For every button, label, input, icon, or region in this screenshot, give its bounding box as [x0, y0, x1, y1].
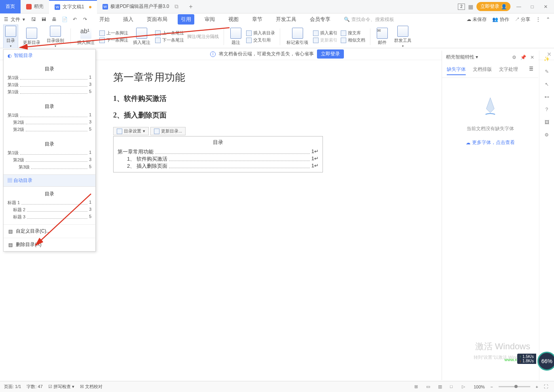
tab-home[interactable]: 首页: [0, 0, 21, 13]
toc-template-2[interactable]: 目录 第1级1第2级3第2级5: [4, 99, 95, 137]
close-panel-icon[interactable]: ✕: [530, 55, 534, 60]
table-toc-icon: [246, 30, 252, 36]
redo-icon[interactable]: ↷: [82, 16, 88, 23]
save-icon[interactable]: 🖫: [30, 16, 37, 23]
tab-dev[interactable]: 开发工具: [273, 14, 300, 25]
word-count[interactable]: 字数: 47: [27, 384, 42, 390]
view-outline-icon[interactable]: □: [450, 384, 456, 390]
pin-icon[interactable]: 📌: [520, 55, 526, 60]
magic-icon[interactable]: ✨: [544, 56, 550, 62]
collab-button[interactable]: 👥 协作: [492, 16, 509, 23]
toc-field[interactable]: 目录 第一章常用功能1↵1、 软件购买激活1↵2、 插入删除页面1↵: [113, 136, 323, 172]
more-icon[interactable]: ⋮: [536, 17, 541, 22]
tab-review[interactable]: 审阅: [201, 14, 218, 25]
view-print-icon[interactable]: ⊞: [414, 384, 421, 390]
collapse-ribbon-icon[interactable]: ⌃: [546, 17, 550, 22]
empty-state-text: 当前文档没有缺失字体: [446, 125, 534, 132]
undo-icon[interactable]: ↶: [72, 16, 78, 23]
help-icon[interactable]: ?: [545, 107, 548, 112]
print-icon[interactable]: 🖶: [51, 16, 57, 23]
rp-more-icon[interactable]: ☰: [529, 66, 533, 75]
tab-close-icon[interactable]: ⧉: [175, 3, 178, 10]
search-box[interactable]: 🔍 查找命令、搜索模板: [344, 16, 394, 23]
mark-index-button[interactable]: 标记索引项: [285, 27, 310, 46]
cloud-icon: ☁: [467, 17, 471, 22]
toc-template-title: 目录: [8, 141, 91, 148]
toc-line: 第1级1: [8, 150, 91, 156]
unsaved-button[interactable]: ☁ 未保存: [467, 16, 487, 23]
toc-settings-button[interactable]: 目录设置 ▾: [113, 127, 149, 135]
settings2-icon[interactable]: ⊷: [545, 94, 549, 100]
banner-login-button[interactable]: 立即登录: [317, 49, 344, 59]
zoom-in-button[interactable]: +: [536, 384, 538, 389]
settings-icon[interactable]: ⚙: [512, 55, 516, 60]
rp-tab-layout[interactable]: 文档排版: [473, 66, 492, 75]
minimize-button[interactable]: —: [514, 2, 524, 11]
menu-icon[interactable]: ☰: [4, 17, 8, 22]
more-fonts-link[interactable]: ☁更多字体，点击查看: [446, 139, 534, 146]
tab-add-button[interactable]: +: [184, 3, 197, 10]
group-tools-icon: [397, 26, 408, 37]
document-area[interactable]: 第一章常用功能 1、软件购买激活 2、插入删除页面 目录设置 ▾ 更新目录...…: [97, 62, 440, 380]
tab-insert[interactable]: 插入: [120, 14, 137, 25]
docker-icon: [26, 4, 32, 9]
side-toolbar: ✨ ✎ ↖ ⊷ ? 🖼 ⚙: [539, 51, 554, 380]
tab-document-2[interactable]: W 极速PDF编辑器用户手册3.0 ⧉: [97, 0, 184, 13]
group-tools-button[interactable]: 群发工具▾: [393, 25, 413, 49]
view-read-icon[interactable]: ▭: [426, 384, 433, 390]
chevron-down-icon[interactable]: ▾: [23, 17, 25, 22]
calendar-icon[interactable]: 2: [458, 4, 465, 10]
cursor-icon[interactable]: ↖: [545, 81, 549, 87]
rp-tab-fonts[interactable]: 缺失字体: [447, 66, 466, 75]
zoom-value[interactable]: 100%: [474, 384, 485, 389]
image-icon[interactable]: 🖼: [545, 119, 549, 125]
update-index-button[interactable]: 更新索引: [313, 37, 338, 43]
title-bar: 首页 稻壳 W 文字文稿1 W 极速PDF编辑器用户手册3.0 ⧉ + 2 ▦ …: [0, 0, 554, 13]
tab-layout[interactable]: 页面布局: [144, 14, 171, 25]
page-indicator[interactable]: 页面: 1/1: [4, 384, 21, 390]
tab-view[interactable]: 视图: [225, 14, 242, 25]
gear2-icon[interactable]: ⚙: [545, 132, 549, 138]
maximize-button[interactable]: □: [527, 2, 537, 11]
pen-illustration-icon: [478, 94, 502, 117]
share-button[interactable]: ↗ 分享: [515, 16, 530, 23]
tab-document-1[interactable]: W 文字文稿1: [49, 0, 97, 13]
proof-button[interactable]: ☒ 文档校对: [80, 384, 102, 390]
search-lib-button[interactable]: 搜文库: [341, 30, 365, 36]
toc-template-3[interactable]: 目录 第1级1第2级3第3级5: [4, 137, 95, 174]
login-button[interactable]: 立即登录👤: [476, 2, 510, 11]
similar-docs-button[interactable]: 相似文档: [341, 37, 365, 43]
toc-field-toolbar: 目录设置 ▾ 更新目录...: [113, 127, 295, 135]
spell-check-toggle[interactable]: ☑ 拼写检查 ▾: [48, 384, 74, 390]
rp-tab-text[interactable]: 文字处理: [499, 66, 518, 75]
mail-button[interactable]: ✉邮件: [375, 27, 389, 46]
search-lib-icon: [341, 30, 346, 36]
cloud-icon: ☁: [466, 140, 471, 146]
tab-start[interactable]: 开始: [96, 14, 113, 25]
tab-member[interactable]: 会员专享: [307, 14, 334, 25]
save-as-icon[interactable]: 🖬: [41, 16, 47, 23]
tab-reference[interactable]: 引用: [178, 14, 194, 25]
toc-update-button[interactable]: 更新目录...: [150, 127, 186, 135]
zoom-slider[interactable]: [499, 386, 530, 387]
tab-chapter[interactable]: 章节: [249, 14, 266, 25]
insert-table-toc-button[interactable]: 插入表目录: [246, 30, 275, 36]
right-panel-title[interactable]: 稻壳智能特性 ▾: [446, 54, 478, 61]
fullscreen-icon[interactable]: ⛶: [544, 384, 550, 390]
zoom-out-button[interactable]: −: [490, 384, 493, 389]
view-web-icon[interactable]: ▥: [438, 384, 444, 390]
refresh-icon: [154, 129, 159, 134]
crossref-button[interactable]: 交叉引用: [246, 37, 275, 43]
insert-index-button[interactable]: 插入索引: [313, 30, 338, 36]
close-button[interactable]: ✕: [541, 2, 551, 11]
tab-docker[interactable]: 稻壳: [21, 0, 49, 13]
toc-line: 第1级1: [8, 75, 91, 81]
pencil-icon[interactable]: ✎: [545, 69, 549, 74]
apps-icon[interactable]: ▦: [468, 4, 473, 10]
word-icon: W: [102, 4, 108, 9]
heading-1: 第一章常用功能: [113, 70, 295, 84]
file-menu[interactable]: 文件: [11, 16, 20, 23]
caret-icon[interactable]: ▷: [462, 384, 468, 390]
print-preview-icon[interactable]: 📄: [61, 16, 68, 23]
status-bar: 页面: 1/1 字数: 47 ☑ 拼写检查 ▾ ☒ 文档校对 ⊞ ▭ ▥ □ ▷…: [0, 381, 554, 392]
